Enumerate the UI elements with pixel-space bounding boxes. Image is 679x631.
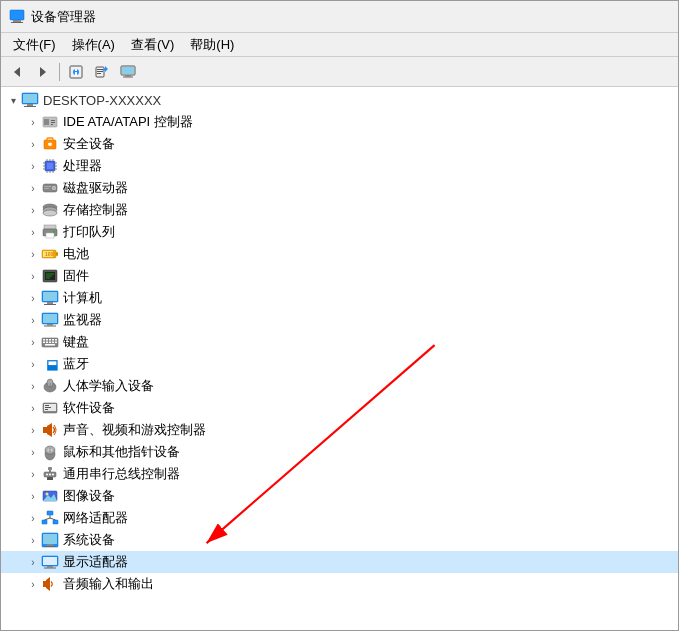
bluetooth-expand[interactable]: › (25, 356, 41, 372)
processor-expand[interactable]: › (25, 158, 41, 174)
monitor-button[interactable] (116, 60, 140, 84)
tree-item-software[interactable]: › 软件设备 (1, 397, 678, 419)
keyboard-expand[interactable]: › (25, 334, 41, 350)
menu-action[interactable]: 操作(A) (64, 34, 123, 56)
tree-item-image[interactable]: › 图像设备 (1, 485, 678, 507)
firmware-icon (41, 267, 59, 285)
tree-item-display[interactable]: › 显示适配器 (1, 551, 678, 573)
svg-rect-94 (45, 409, 48, 410)
svg-rect-11 (97, 71, 103, 72)
tree-item-serial[interactable]: › 通用串行总线控制器 (1, 463, 678, 485)
svg-rect-72 (47, 324, 53, 326)
tree-item-firmware[interactable]: › 固件 (1, 265, 678, 287)
svg-rect-120 (47, 544, 53, 546)
security-label: 安全设备 (63, 135, 115, 153)
menu-file[interactable]: 文件(F) (5, 34, 64, 56)
svg-rect-14 (122, 67, 134, 74)
svg-rect-69 (44, 304, 56, 305)
tree-item-monitor[interactable]: › 监视器 (1, 309, 678, 331)
monitor-expand[interactable]: › (25, 312, 41, 328)
svg-rect-81 (46, 342, 48, 344)
tree-item-hid[interactable]: › 人体学输入设备 (1, 375, 678, 397)
network-label: 网络适配器 (63, 509, 128, 527)
display-expand[interactable]: › (25, 554, 41, 570)
tree-root[interactable]: ▾ DESKTOP-XXXXXX (1, 89, 678, 111)
tree-item-ide[interactable]: › IDE ATA/ATAPI 控制器 (1, 111, 678, 133)
tree-item-network[interactable]: › 网络适配器 (1, 507, 678, 529)
svg-rect-7 (75, 69, 77, 71)
device-tree[interactable]: ▾ DESKTOP-XXXXXX › (1, 87, 678, 630)
battery-expand[interactable]: › (25, 246, 41, 262)
display-icon (41, 553, 59, 571)
root-expand[interactable]: ▾ (5, 92, 21, 108)
system-label: 系统设备 (63, 531, 115, 549)
tree-item-print[interactable]: › 打印队列 (1, 221, 678, 243)
keyboard-icon (41, 333, 59, 351)
monitor-label: 监视器 (63, 311, 102, 329)
computer-label: 计算机 (63, 289, 102, 307)
sound-expand[interactable]: › (25, 422, 41, 438)
tree-item-security[interactable]: › 安全设备 (1, 133, 678, 155)
storage-expand[interactable]: › (25, 202, 41, 218)
svg-rect-15 (125, 75, 131, 77)
forward-button[interactable] (31, 60, 55, 84)
hid-expand[interactable]: › (25, 378, 41, 394)
computer-icon (21, 91, 39, 109)
ide-icon (41, 113, 59, 131)
tree-item-sound[interactable]: › 声音、视频和游戏控制器 (1, 419, 678, 441)
tree-item-system[interactable]: › 系统设备 (1, 529, 678, 551)
serial-icon (41, 465, 59, 483)
svg-rect-126 (43, 581, 46, 587)
security-expand[interactable]: › (25, 136, 41, 152)
processor-label: 处理器 (63, 157, 102, 175)
audio-expand[interactable]: › (25, 576, 41, 592)
svg-point-106 (49, 474, 51, 476)
software-expand[interactable]: › (25, 400, 41, 416)
tree-item-computer[interactable]: › 计算机 (1, 287, 678, 309)
svg-rect-119 (43, 534, 57, 544)
firmware-expand[interactable]: › (25, 268, 41, 284)
keyboard-label: 键盘 (63, 333, 89, 351)
mouse-expand[interactable]: › (25, 444, 41, 460)
disk-expand[interactable]: › (25, 180, 41, 196)
svg-rect-95 (43, 427, 47, 433)
svg-rect-25 (51, 124, 53, 125)
tree-item-storage[interactable]: › 存储控制器 (1, 199, 678, 221)
tree-item-mouse[interactable]: › 鼠标和其他指针设备 (1, 441, 678, 463)
svg-rect-121 (44, 546, 56, 547)
properties-button[interactable] (64, 60, 88, 84)
system-expand[interactable]: › (25, 532, 41, 548)
bluetooth-label: 蓝牙 (63, 355, 89, 373)
svg-rect-53 (44, 225, 56, 229)
svg-rect-80 (43, 342, 45, 344)
menu-view[interactable]: 查看(V) (123, 34, 182, 56)
svg-rect-79 (55, 339, 57, 341)
tree-item-disk[interactable]: › 磁盘驱动器 (1, 177, 678, 199)
tree-item-keyboard[interactable]: › 键盘 (1, 331, 678, 353)
tree-item-bluetooth[interactable]: › ⬓ 蓝牙 (1, 353, 678, 375)
svg-rect-67 (43, 292, 57, 301)
toolbar-separator-1 (59, 63, 60, 81)
monitor-icon (41, 311, 59, 329)
storage-label: 存储控制器 (63, 201, 128, 219)
serial-expand[interactable]: › (25, 466, 41, 482)
image-expand[interactable]: › (25, 488, 41, 504)
menu-bar: 文件(F) 操作(A) 查看(V) 帮助(H) (1, 33, 678, 57)
svg-rect-18 (23, 94, 37, 103)
svg-rect-0 (10, 10, 24, 20)
tree-item-audio[interactable]: › 音频输入和输出 (1, 573, 678, 595)
tree-item-battery[interactable]: › 100 电池 (1, 243, 678, 265)
tree-item-processor[interactable]: › 处理器 (1, 155, 678, 177)
svg-marker-96 (47, 423, 52, 437)
svg-rect-19 (27, 104, 33, 106)
computer-expand[interactable]: › (25, 290, 41, 306)
menu-help[interactable]: 帮助(H) (182, 34, 242, 56)
network-expand[interactable]: › (25, 510, 41, 526)
ide-expand[interactable]: › (25, 114, 41, 130)
svg-rect-102 (48, 467, 52, 470)
processor-icon (41, 157, 59, 175)
print-expand[interactable]: › (25, 224, 41, 240)
svg-rect-22 (44, 119, 49, 125)
back-button[interactable] (5, 60, 29, 84)
update-button[interactable] (90, 60, 114, 84)
